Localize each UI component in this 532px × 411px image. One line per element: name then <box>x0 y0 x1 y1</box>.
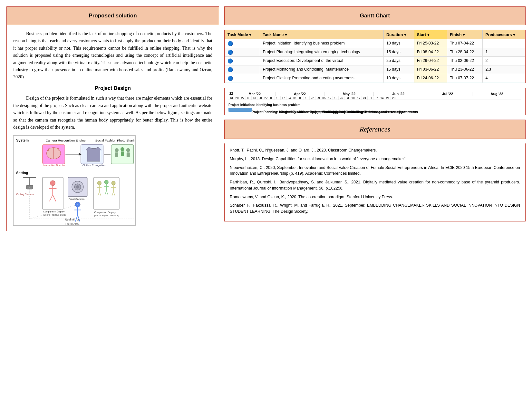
start-cell: Fri 03-06-22 <box>414 65 447 74</box>
references-body: Knott, T., Patini, C., N'guessan, J. and… <box>224 143 526 221</box>
svg-text:Camera Recognition Engine: Camera Recognition Engine <box>46 139 86 142</box>
task-mode-cell: 🔵 <box>225 65 260 74</box>
table-row: 🔵 Project Execution: Development of the … <box>225 57 525 65</box>
project-design-text: Design of the project is formulated in s… <box>13 95 212 131</box>
table-row: 🔵 Project Closing: Promoting and creatin… <box>225 74 525 83</box>
th-finish: Finish ▾ <box>447 30 483 39</box>
month-apr: Apr '22 <box>276 92 325 96</box>
reference-item: Parthiban, R., Qureshi, I., Bandyopadhya… <box>230 179 520 191</box>
th-predecessors: Predecessors ▾ <box>483 30 525 39</box>
svg-text:(User's Previous Style): (User's Previous Style) <box>43 214 66 216</box>
month-may: May '22 <box>324 92 374 96</box>
svg-rect-13 <box>115 152 118 157</box>
start-cell: Fri 24-06-22 <box>414 74 447 83</box>
gantt-bars-container: Project Initiation: Identifying business… <box>228 101 521 112</box>
start-cell: Fri 08-04-22 <box>414 48 447 57</box>
svg-text:Interaction Direction: Interaction Direction <box>44 164 66 167</box>
svg-rect-17 <box>127 152 130 157</box>
task-mode-icon: 🔵 <box>227 41 233 46</box>
finish-cell: Thu 23-06-22 <box>447 65 483 74</box>
svg-text:Setting: Setting <box>16 171 28 175</box>
th-duration: Duration ▾ <box>383 30 414 39</box>
system-diagram-container: System Camera Recognition Engine Social … <box>13 135 212 226</box>
gantt-bar-5 <box>339 115 362 115</box>
svg-rect-15 <box>121 152 124 156</box>
month-mar: Mar '22 <box>234 92 276 96</box>
finish-cell: Thu 02-06-22 <box>447 57 483 65</box>
start-cell: Fri 25-03-22 <box>414 39 447 48</box>
finish-cell: Thu 28-04-22 <box>447 48 483 57</box>
gantt-bar-1 <box>228 108 252 112</box>
svg-point-14 <box>121 147 124 151</box>
task-mode-cell: 🔵 <box>225 74 260 83</box>
svg-point-35 <box>76 185 79 189</box>
predecessors-cell <box>483 39 525 48</box>
references-header: References <box>224 120 526 139</box>
gantt-bar-label-5: Project Closing: Promoting and creating … <box>339 110 418 114</box>
duration-cell: 10 days <box>383 39 414 48</box>
finish-cell: Thu 07-07-22 <box>447 74 483 83</box>
svg-text:Clothes Recognition: Clothes Recognition <box>82 164 105 167</box>
svg-point-43 <box>97 181 101 185</box>
project-design-title: Project Design <box>95 85 131 91</box>
svg-text:Real Mirror: Real Mirror <box>65 218 79 221</box>
task-mode-icon: 🔵 <box>227 58 233 64</box>
left-column: Proposed solution Business problem ident… <box>6 6 219 405</box>
reference-item: Nieuwenhuizen, C., 2020, September. Inno… <box>230 165 520 177</box>
task-mode-icon: 🔵 <box>227 76 233 81</box>
svg-point-16 <box>126 148 130 152</box>
reference-item: Murphy, L., 2018. Design Capabilities fo… <box>230 156 520 162</box>
gantt-bar-3 <box>281 115 339 115</box>
task-name-cell: Project Monitoring and Controlling: Main… <box>260 65 383 74</box>
svg-text:Ceiling Camera: Ceiling Camera <box>16 193 34 196</box>
svg-marker-8 <box>86 147 102 161</box>
proposed-solution-header: Proposed solution <box>6 6 219 25</box>
proposed-solution-title: Proposed solution <box>89 13 137 19</box>
task-mode-icon: 🔵 <box>227 50 233 55</box>
duration-cell: 15 days <box>383 48 414 57</box>
month-jun: Jun '22 <box>374 92 423 96</box>
svg-point-25 <box>50 181 55 186</box>
gantt-chart-title: Gantt Chart <box>360 13 390 19</box>
gantt-visual-container: 22 Mar '22 Apr '22 May '22 Jun '22 Jul '… <box>224 88 526 115</box>
svg-text:Comparison Display: Comparison Display <box>94 211 116 214</box>
gantt-bar-4 <box>310 115 344 115</box>
gantt-table: Task Mode ▾ Task Name ▾ Duration ▾ Start… <box>225 30 525 83</box>
th-task-name: Task Name ▾ <box>260 30 383 39</box>
svg-text:Front Camera: Front Camera <box>69 198 85 201</box>
gantt-chart-header: Gantt Chart <box>224 6 526 25</box>
gantt-table-container: Task Mode ▾ Task Name ▾ Duration ▾ Start… <box>224 30 526 83</box>
duration-cell: 15 days <box>383 65 414 74</box>
reference-item: Knott, T., Patini, C., N'guessan, J. and… <box>230 147 520 153</box>
predecessors-cell: 1 <box>483 48 525 57</box>
reference-item: Schaber, F., Fakoussa, R., Wright, M. an… <box>230 202 520 215</box>
references-title: References <box>360 125 391 133</box>
gantt-bar-2 <box>252 115 286 115</box>
duration-cell: 25 days <box>383 57 414 65</box>
task-mode-cell: 🔵 <box>225 48 260 57</box>
project-design-subheading: Project Design <box>13 84 212 93</box>
predecessors-cell: 2 <box>483 57 525 65</box>
month-jul: Jul '22 <box>423 92 472 96</box>
table-row: 🔵 Project Initiation: Identifying busine… <box>225 39 525 48</box>
predecessors-cell: 2,3 <box>483 65 525 74</box>
date-row: 13 20 27 05 13 20 27 03 10 17 24 01 08 1… <box>228 96 521 100</box>
task-name-cell: Project Planning: Integrating with emerg… <box>260 48 383 57</box>
task-mode-cell: 🔵 <box>225 39 260 48</box>
month-22: 22 <box>228 92 234 96</box>
svg-text:(Social Style Collections): (Social Style Collections) <box>94 214 119 217</box>
proposed-solution-body: Business problem identified is the lack … <box>6 25 219 231</box>
right-column: Gantt Chart Task Mode ▾ Task Name ▾ Dura… <box>224 6 526 405</box>
table-row: 🔵 Project Planning: Integrating with eme… <box>225 48 525 57</box>
task-mode-cell: 🔵 <box>225 57 260 65</box>
gantt-timeline: 22 Mar '22 Apr '22 May '22 Jun '22 Jul '… <box>226 91 524 112</box>
gantt-bar-label-1: Project Initiation: Identifying business… <box>228 103 300 107</box>
month-aug: Aug '22 <box>472 92 521 96</box>
svg-text:System: System <box>16 138 29 142</box>
svg-point-12 <box>115 148 119 152</box>
duration-cell: 10 days <box>383 74 414 83</box>
th-start: Start ▾ <box>414 30 447 39</box>
task-name-cell: Project Execution: Development of the vi… <box>260 57 383 65</box>
th-task-mode: Task Mode ▾ <box>225 30 260 39</box>
predecessors-cell: 4 <box>483 74 525 83</box>
